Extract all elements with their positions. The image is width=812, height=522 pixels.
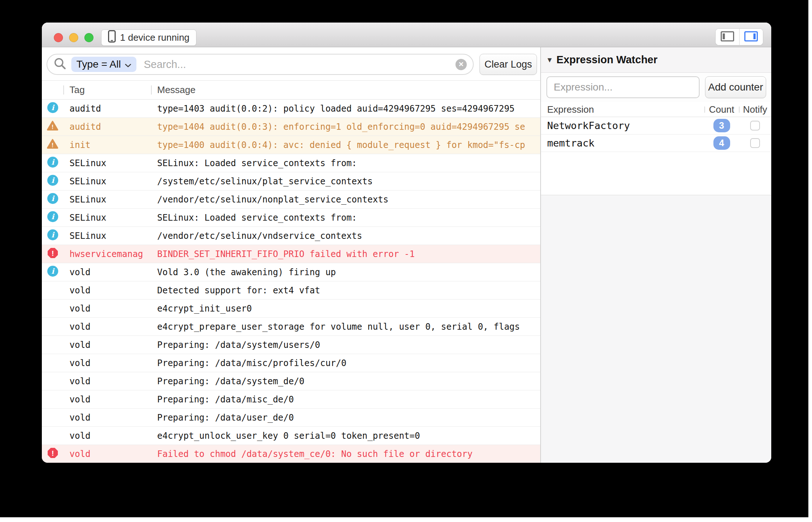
watched-expression: NetworkFactory [541,120,704,131]
disclosure-triangle-icon[interactable]: ▾ [548,56,552,64]
error-icon: ! [47,248,58,261]
table-row[interactable]: vold Preparing: /data/system/users/0 [42,336,540,354]
svg-text:!: ! [52,142,53,148]
log-tag: vold [63,322,151,332]
table-row[interactable]: i SELinux /vendor/etc/selinux/nonplat_se… [42,190,540,209]
search-field[interactable]: Type = All ✕ [47,54,474,75]
svg-text:!: ! [52,124,53,130]
log-rows: i auditd type=1403 audit(0.0:2): policy … [42,100,540,463]
warning-icon: ! [47,120,59,133]
log-message: /vendor/etc/selinux/vndservice_contexts [151,231,540,241]
log-tag: vold [63,431,151,441]
log-message: BINDER_SET_INHERIT_FIFO_PRIO failed with… [151,249,540,259]
notify-checkbox[interactable] [750,138,760,148]
chevron-down-icon [125,59,131,70]
clear-logs-button[interactable]: Clear Logs [479,54,537,75]
add-counter-button[interactable]: Add counter [705,76,766,98]
log-tag: vold [63,394,151,405]
traffic-lights [54,33,93,42]
type-filter-label: Type = All [76,59,121,70]
watcher-header: ▾ Expression Watcher [541,47,771,73]
type-filter-dropdown[interactable]: Type = All [71,57,136,72]
watched-expression: memtrack [541,137,704,149]
error-icon: ! [47,447,58,461]
table-row[interactable]: ! vold Failed to chmod /data/system_ce/0… [42,445,540,463]
table-row[interactable]: i vold Vold 3.0 (the awakening) firing u… [42,263,540,281]
info-icon: i [47,266,58,279]
table-row[interactable]: vold e4crypt_prepare_user_storage for vo… [42,318,540,336]
table-row[interactable]: i SELinux SELinux: Loaded service_contex… [42,154,540,172]
log-tag: SELinux [63,231,151,241]
log-tag: SELinux [63,194,151,205]
log-tag: auditd [63,122,151,132]
table-row[interactable]: vold e4crypt_unlock_user_key 0 serial=0 … [42,427,540,445]
table-row[interactable]: ! hwservicemanag BINDER_SET_INHERIT_FIFO… [42,245,540,263]
log-message: Preparing: /data/system/users/0 [151,340,540,350]
table-row[interactable]: ! init type=1400 audit(0.0:4): avc: deni… [42,136,540,154]
table-row[interactable]: vold e4crypt_init_user0 [42,300,540,318]
log-message: Detected support for: ext4 vfat [151,285,540,296]
log-tag: vold [63,285,151,296]
log-message: e4crypt_prepare_user_storage for volume … [151,322,540,332]
log-message: type=1403 audit(0.0:2): policy loaded au… [151,104,540,114]
info-icon: i [47,193,58,206]
log-message: e4crypt_unlock_user_key 0 serial=0 token… [151,431,540,441]
titlebar: 1 device running [42,23,771,47]
level-column-header [42,81,63,99]
info-icon: i [47,229,58,242]
expression-input[interactable] [546,76,700,98]
panel-toggle-group [715,28,763,45]
info-icon: i [47,211,58,224]
log-pane: Type = All ✕ Clear Logs Tag Message [42,47,540,463]
info-icon: i [47,102,58,115]
zoom-button[interactable] [84,33,93,42]
count-column-header: Count [704,104,739,115]
log-message: Failed to chmod /data/system_ce/0: No su… [151,449,540,459]
log-tag: vold [63,376,151,386]
log-toolbar: Type = All ✕ Clear Logs [42,47,540,81]
log-tag: vold [63,304,151,314]
close-button[interactable] [54,33,63,42]
log-message: SELinux: Loaded service_contexts from: [151,158,540,168]
minimize-button[interactable] [69,33,78,42]
watcher-table-header: Expression Count Notify [541,102,771,117]
right-panel-icon [744,31,758,43]
notify-checkbox[interactable] [750,121,760,130]
table-row[interactable]: i auditd type=1403 audit(0.0:2): policy … [42,100,540,118]
tag-column-header: Tag [63,81,151,99]
info-icon: i [47,157,58,170]
log-tag: SELinux [63,176,151,186]
search-input[interactable] [144,59,455,71]
table-row[interactable]: i SELinux /system/etc/selinux/plat_servi… [42,172,540,190]
svg-text:!: ! [51,249,54,257]
watcher-row[interactable]: memtrack 4 [541,134,771,152]
table-row[interactable]: vold Preparing: /data/misc_de/0 [42,390,540,409]
watcher-table-empty-area [541,152,771,195]
expression-column-header: Expression [541,104,704,115]
table-row[interactable]: vold Preparing: /data/system_de/0 [42,372,540,390]
clear-search-icon[interactable]: ✕ [455,59,467,70]
log-tag: SELinux [63,158,151,168]
table-row[interactable]: vold Preparing: /data/misc/profiles/cur/… [42,354,540,372]
watcher-row[interactable]: NetworkFactory 3 [541,117,771,134]
log-message: e4crypt_init_user0 [151,304,540,314]
table-row[interactable]: vold Preparing: /data/user_de/0 [42,409,540,427]
toggle-right-panel-button[interactable] [739,29,763,45]
search-icon [53,57,67,72]
table-row[interactable]: vold Detected support for: ext4 vfat [42,281,540,300]
log-tag: SELinux [63,213,151,223]
log-message: SELinux: Loaded service_contexts from: [151,213,540,223]
log-message: type=1400 audit(0.0:4): avc: denied { mo… [151,140,540,150]
svg-text:!: ! [51,449,54,457]
log-tag: init [63,140,151,150]
device-status-button[interactable]: 1 device running [101,29,196,46]
left-panel-icon [721,31,734,43]
notify-column-header: Notify [739,104,771,115]
log-message: type=1404 audit(0.0:3): enforcing=1 old_… [151,122,540,132]
table-row[interactable]: i SELinux /vendor/etc/selinux/vndservice… [42,227,540,245]
toggle-left-panel-button[interactable] [716,29,739,45]
expression-watcher-panel: ▾ Expression Watcher Add counter Express… [541,47,771,463]
count-badge: 3 [713,119,730,132]
table-row[interactable]: i SELinux SELinux: Loaded service_contex… [42,209,540,227]
table-row[interactable]: ! auditd type=1404 audit(0.0:3): enforci… [42,118,540,136]
